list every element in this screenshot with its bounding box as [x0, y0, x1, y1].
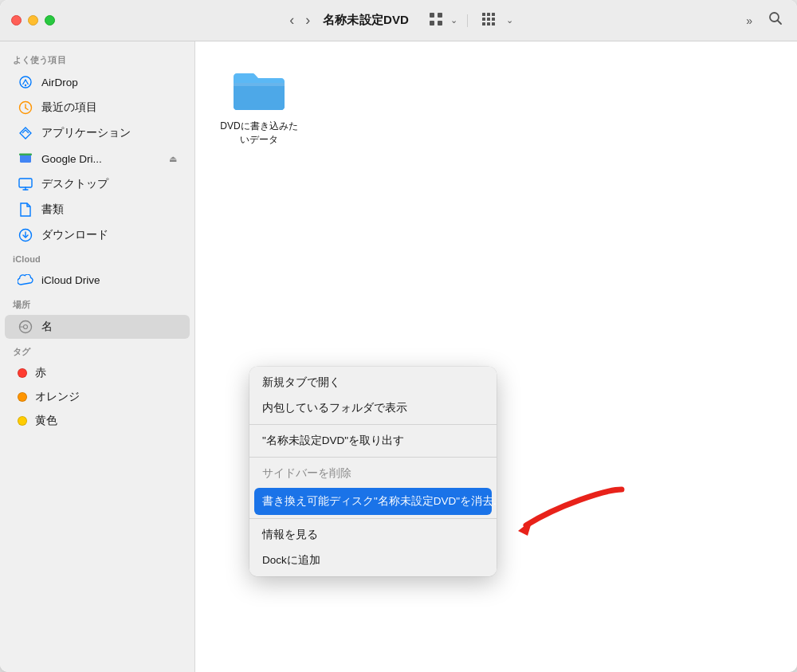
- separator-2: [249, 457, 497, 458]
- titlebar: ‹ › 名称未設定DVD ⌄: [0, 0, 797, 41]
- desktop-icon: [18, 176, 33, 192]
- sidebar-item-applications[interactable]: アプリケーション: [5, 121, 190, 145]
- close-button[interactable]: [11, 15, 22, 26]
- context-menu-open-tab[interactable]: 新規タブで開く: [249, 370, 497, 395]
- sidebar-item-label: 最近の項目: [41, 100, 177, 115]
- traffic-lights: [11, 15, 55, 26]
- forward-button[interactable]: ›: [300, 9, 315, 32]
- sidebar-item-documents[interactable]: 書類: [5, 198, 190, 222]
- sidebar-item-tag-red[interactable]: 赤: [5, 362, 190, 384]
- sidebar-item-recents[interactable]: 最近の項目: [5, 96, 190, 120]
- svg-rect-5: [487, 13, 490, 16]
- svg-rect-12: [492, 22, 495, 26]
- icloud-label: iCloud: [0, 248, 194, 267]
- svg-rect-7: [482, 18, 485, 21]
- sidebar-item-label: iCloud Drive: [41, 274, 177, 286]
- dvd-icon: [18, 319, 33, 335]
- svg-point-16: [25, 84, 26, 86]
- gdrive-icon: [18, 151, 33, 167]
- content-area: DVDに書き込みたいデータ 新規タブで開く 内包しているフォルダで表示 "名称未…: [195, 41, 797, 672]
- sidebar-item-tag-yellow[interactable]: 黄色: [5, 410, 190, 432]
- sidebar-item-icloud[interactable]: iCloud Drive: [5, 268, 190, 292]
- sidebar: よく使う項目 AirDrop: [0, 41, 195, 672]
- svg-rect-11: [487, 22, 490, 26]
- sidebar-item-airdrop[interactable]: AirDrop: [5, 70, 190, 94]
- tag-label: 赤: [35, 366, 177, 380]
- tag-label: 黄色: [35, 414, 177, 428]
- separator-1: [249, 424, 497, 425]
- search-button[interactable]: [765, 8, 786, 33]
- airdrop-icon: [18, 74, 33, 90]
- context-menu: 新規タブで開く 内包しているフォルダで表示 "名称未設定DVD"を取り出す サイ…: [249, 367, 497, 576]
- doc-icon: [18, 202, 33, 218]
- tag-label: オレンジ: [35, 390, 177, 404]
- finder-window: ‹ › 名称未設定DVD ⌄: [0, 0, 797, 672]
- places-label: 場所: [0, 293, 194, 314]
- fullscreen-button[interactable]: [45, 15, 55, 26]
- svg-line-19: [26, 108, 28, 110]
- sidebar-item-label: アプリケーション: [41, 126, 177, 140]
- toolbar-center: ‹ › 名称未設定DVD ⌄: [55, 9, 743, 32]
- svg-rect-2: [430, 21, 434, 26]
- svg-rect-20: [20, 155, 31, 163]
- context-menu-show-enclosing[interactable]: 内包しているフォルダで表示: [249, 395, 497, 421]
- grid-view-button[interactable]: [425, 10, 447, 32]
- svg-rect-22: [19, 179, 32, 187]
- tag-orange-dot: [18, 392, 27, 402]
- download-icon: [18, 227, 33, 243]
- context-menu-info[interactable]: 情報を見る: [249, 522, 497, 548]
- svg-line-14: [778, 21, 782, 25]
- sidebar-item-desktop[interactable]: デスクトップ: [5, 172, 190, 196]
- svg-point-28: [24, 325, 28, 329]
- svg-marker-30: [518, 520, 532, 536]
- cloud-icon: [18, 272, 33, 288]
- red-arrow-annotation: [510, 474, 638, 548]
- eject-icon[interactable]: ⏏: [169, 154, 177, 164]
- separator-3: [249, 518, 497, 519]
- nav-arrows: ‹ ›: [285, 9, 315, 32]
- svg-rect-9: [492, 18, 495, 21]
- svg-rect-4: [482, 13, 485, 16]
- context-menu-dock[interactable]: Dockに追加: [249, 548, 497, 573]
- sidebar-item-label: 書類: [41, 202, 177, 217]
- sidebar-item-tag-orange[interactable]: オレンジ: [5, 386, 190, 408]
- clock-icon: [18, 100, 33, 116]
- svg-rect-10: [482, 22, 485, 26]
- view-options-button[interactable]: [477, 10, 503, 32]
- more-button[interactable]: »: [743, 11, 756, 30]
- svg-rect-3: [438, 21, 442, 26]
- svg-rect-21: [19, 154, 32, 156]
- svg-rect-0: [430, 13, 434, 18]
- sidebar-item-downloads[interactable]: ダウンロード: [5, 223, 190, 247]
- tag-yellow-dot: [18, 416, 27, 426]
- sidebar-item-label: デスクトップ: [41, 177, 177, 191]
- apps-icon: [18, 125, 33, 141]
- main-layout: よく使う項目 AirDrop: [0, 41, 797, 672]
- svg-rect-1: [438, 13, 442, 18]
- window-title: 名称未設定DVD: [323, 13, 409, 28]
- toolbar-right: »: [743, 8, 786, 33]
- folder-icon: [230, 65, 288, 113]
- svg-rect-6: [492, 13, 495, 16]
- tag-red-dot: [18, 368, 27, 378]
- sidebar-item-googledrive[interactable]: Google Dri... ⏏: [5, 147, 190, 171]
- sidebar-dvd-label: 名: [41, 320, 177, 334]
- folder-item[interactable]: DVDに書き込みたいデータ: [219, 65, 299, 147]
- favorites-label: よく使う項目: [0, 48, 194, 69]
- tags-label: タグ: [0, 340, 194, 361]
- minimize-button[interactable]: [28, 15, 38, 26]
- context-menu-erase[interactable]: 書き換え可能ディスク"名称未設定DVD"を消去...: [254, 488, 492, 515]
- svg-rect-8: [487, 18, 490, 21]
- context-menu-eject[interactable]: "名称未設定DVD"を取り出す: [249, 428, 497, 454]
- sidebar-item-label: Google Dri...: [41, 153, 161, 165]
- view-controls: ⌄ ⌄: [425, 10, 513, 32]
- sidebar-item-label: AirDrop: [41, 77, 177, 88]
- folder-label: DVDに書き込みたいデータ: [219, 120, 299, 147]
- context-menu-delete[interactable]: サイドバーを削除: [249, 461, 497, 486]
- sidebar-item-label: ダウンロード: [41, 228, 177, 242]
- back-button[interactable]: ‹: [285, 9, 299, 32]
- sidebar-item-dvd[interactable]: 名: [5, 315, 190, 339]
